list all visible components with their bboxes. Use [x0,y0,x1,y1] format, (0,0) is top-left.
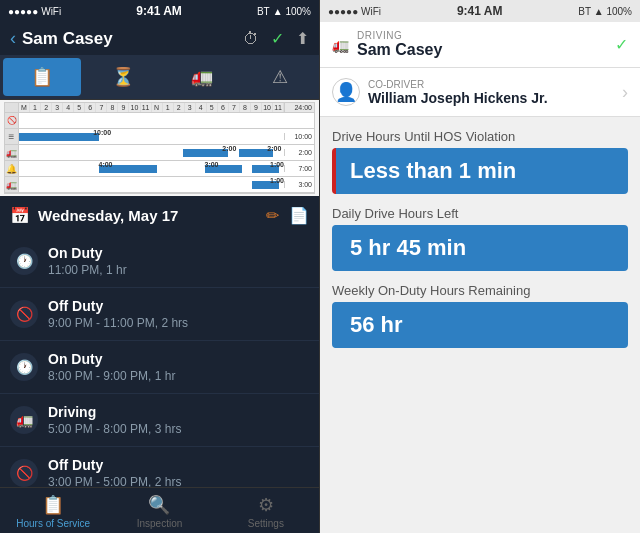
alert-icon: ⚠ [272,66,288,88]
log-entry-info-5: Off Duty 3:00 PM - 5:00 PM, 2 hrs [48,457,309,487]
co-driver-left: 👤 CO-DRIVER William Joseph Hickens Jr. [332,78,548,106]
timer-icon[interactable]: ⏱ [243,30,259,48]
driver-name-header: Sam Casey [22,29,113,49]
co-driver-row[interactable]: 👤 CO-DRIVER William Joseph Hickens Jr. › [320,68,640,117]
hour-m: M [19,103,30,112]
log-icon: 📋 [31,66,53,88]
metric-label-2: Daily Drive Hours Left [332,206,628,221]
metric-value-3: 56 hr [332,302,628,348]
bottom-nav: 📋 Hours of Service 🔍 Inspection ⚙ Settin… [0,487,319,533]
sb-time-label: 10:00 [93,129,111,136]
inspection-nav-icon: 🔍 [148,494,170,516]
log-entry-on-duty-1[interactable]: 🕐 On Duty 11:00 PM, 1 hr [0,235,319,288]
hos-chart: M 1 2 3 4 5 6 7 8 9 10 11 N 1 2 3 4 [0,100,319,196]
metric-label-3: Weekly On-Duty Hours Remaining [332,283,628,298]
log-sub-4: 5:00 PM - 8:00 PM, 3 hrs [48,422,309,436]
log-entry-off-duty-1[interactable]: 🚫 Off Duty 9:00 PM - 11:00 PM, 2 hrs [0,288,319,341]
nav-hours-of-service[interactable]: 📋 Hours of Service [0,494,106,529]
tab-bar: 📋 ⏳ 🚛 ⚠ [0,55,319,100]
driving-time1: 2:00 [222,145,236,152]
document-icon[interactable]: 📄 [289,206,309,225]
chart-row-extra: 🚛 1:00 3:00 [5,177,314,193]
metric-value-1: Less than 1 min [332,148,628,194]
tab-log[interactable]: 📋 [3,58,81,96]
right-check-icon: ✓ [615,35,628,54]
hours-icon: ⏳ [112,66,134,88]
truck-status-icon: 🚛 [332,37,349,53]
metrics-area: Drive Hours Until HOS Violation Less tha… [320,117,640,533]
log-title-4: Driving [48,404,309,420]
driving-status-label: DRIVING [357,30,442,41]
extra-time: 1:00 [270,177,284,184]
truck-icon: 🚛 [191,66,213,88]
right-header-info: 🚛 DRIVING Sam Casey [332,30,442,59]
edit-icon[interactable]: ✏ [266,206,279,225]
battery-icon: ▲ 100% [273,6,311,17]
bluetooth-icon: BT [257,6,270,17]
log-sub-3: 8:00 PM - 9:00 PM, 1 hr [48,369,309,383]
onduty-time1: 4:00 [99,161,113,168]
sb-content: 10:00 [19,129,284,144]
right-panel: ●●●●● WiFi 9:41 AM BT ▲ 100% 🚛 DRIVING S… [320,0,640,533]
extra-content: 1:00 [19,177,284,192]
metric-hos-violation: Drive Hours Until HOS Violation Less tha… [332,129,628,194]
log-entry-driving-1[interactable]: 🚛 Driving 5:00 PM - 8:00 PM, 3 hrs [0,394,319,447]
chart-row-onduty: 🔔 4:00 3:00 1:00 7:00 [5,161,314,177]
settings-nav-icon: ⚙ [258,494,274,516]
hour-9: 9 [118,103,129,112]
driving-time2: 2:00 [267,145,281,152]
hour-10: 10 [129,103,140,112]
hour-10pm: 10 [262,103,273,112]
hour-4pm: 4 [196,103,207,112]
log-entry-info-1: On Duty 11:00 PM, 1 hr [48,245,309,277]
wifi-icon: WiFi [41,6,61,17]
nav-inspection[interactable]: 🔍 Inspection [106,494,212,529]
extra-right-time: 3:00 [284,181,314,188]
check-icon[interactable]: ✓ [271,29,284,48]
hos-nav-label: Hours of Service [16,518,90,529]
off-duty-icon: 🚫 [5,113,19,128]
battery-icons: BT ▲ 100% [257,6,311,17]
off-duty-circle-icon: 🚫 [10,300,38,328]
right-driver-name: Sam Casey [357,41,442,59]
log-entry-off-duty-2[interactable]: 🚫 Off Duty 3:00 PM - 5:00 PM, 2 hrs [0,447,319,487]
back-title-group: ‹ Sam Casey [10,28,113,49]
hour-2pm: 2 [174,103,185,112]
back-button[interactable]: ‹ [10,28,16,49]
hour-3: 3 [52,103,63,112]
off-duty-circle-icon-2: 🚫 [10,459,38,487]
on-duty-clock-icon-2: 🕐 [10,353,38,381]
log-title-1: On Duty [48,245,309,261]
co-driver-info: CO-DRIVER William Joseph Hickens Jr. [368,79,548,106]
time-display: 9:41 AM [136,4,182,18]
chart-row-off: 🚫 [5,113,314,129]
onduty-icon: 🔔 [5,161,19,176]
nav-settings[interactable]: ⚙ Settings [213,494,319,529]
tab-truck[interactable]: 🚛 [163,55,241,99]
share-icon[interactable]: ⬆ [296,29,309,48]
metric-daily-hours: Daily Drive Hours Left 5 hr 45 min [332,206,628,271]
date-left: 📅 Wednesday, May 17 [10,206,178,225]
hour-2: 2 [41,103,52,112]
header-action-icons: ⏱ ✓ ⬆ [243,29,309,48]
signal-icons: ●●●●● WiFi [8,6,61,17]
tab-hours[interactable]: ⏳ [84,55,162,99]
hour-1pm: 1 [163,103,174,112]
hour-6: 6 [85,103,96,112]
driving-truck-icon: 🚛 [10,406,38,434]
date-row: 📅 Wednesday, May 17 ✏ 📄 [0,196,319,235]
log-title-2: Off Duty [48,298,309,314]
chart-header: M 1 2 3 4 5 6 7 8 9 10 11 N 1 2 3 4 [5,103,314,113]
tab-alert[interactable]: ⚠ [241,55,319,99]
chart-grid: M 1 2 3 4 5 6 7 8 9 10 11 N 1 2 3 4 [4,102,315,194]
hour-8: 8 [107,103,118,112]
hour-5pm: 5 [207,103,218,112]
hour-11pm: 11 [273,103,284,112]
right-header-top: 🚛 DRIVING Sam Casey ✓ [332,30,628,59]
right-header: 🚛 DRIVING Sam Casey ✓ [320,22,640,68]
onduty-time3: 1:00 [270,161,284,168]
log-entry-info-4: Driving 5:00 PM - 8:00 PM, 3 hrs [48,404,309,436]
metric-weekly-hours: Weekly On-Duty Hours Remaining 56 hr [332,283,628,348]
co-driver-person-icon: 👤 [332,78,360,106]
log-entry-on-duty-2[interactable]: 🕐 On Duty 8:00 PM - 9:00 PM, 1 hr [0,341,319,394]
